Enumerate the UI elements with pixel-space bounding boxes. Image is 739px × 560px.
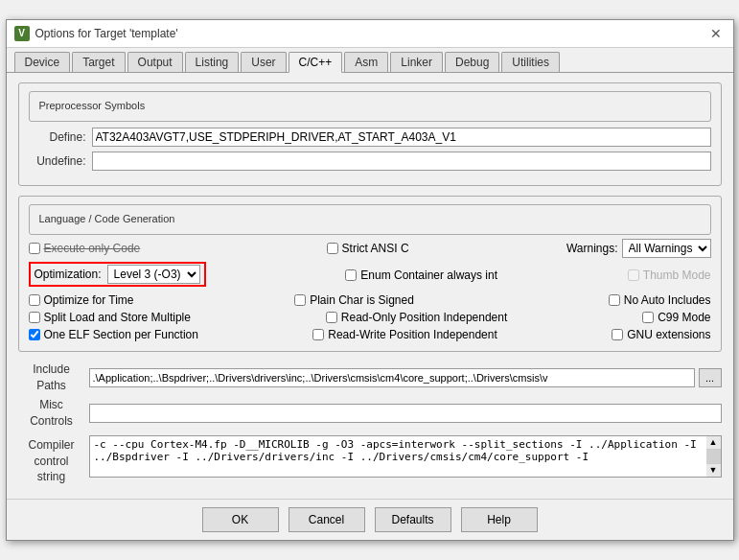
read-write-row: Read-Write Position Independent [312, 328, 497, 341]
read-write-label: Read-Write Position Independent [328, 328, 497, 341]
tab-linker[interactable]: Linker [390, 52, 443, 72]
language-legend: Language / Code Generation [29, 204, 711, 235]
app-icon: V [14, 26, 30, 41]
one-elf-checkbox[interactable] [29, 329, 40, 340]
compiler-scrollbar: ▲ ▼ [706, 435, 722, 478]
warnings-select[interactable]: All Warnings [622, 239, 711, 258]
gnu-ext-row: GNU extensions [612, 328, 710, 341]
help-button[interactable]: Help [461, 507, 538, 532]
enum-container-label: Enum Container always int [360, 268, 497, 282]
tab-debug[interactable]: Debug [445, 52, 499, 72]
tab-utilities[interactable]: Utilities [501, 52, 560, 72]
close-button[interactable]: ✕ [706, 24, 726, 43]
undefine-label: Undefine: [29, 154, 86, 168]
compiler-label: Compilercontrolstring [18, 435, 85, 485]
no-auto-includes-label: No Auto Includes [624, 293, 711, 307]
main-content: Preprocessor Symbols Define: Undefine: L… [7, 73, 733, 500]
split-load-row: Split Load and Store Multiple [29, 311, 191, 324]
scroll-down-button[interactable]: ▼ [706, 463, 721, 477]
no-auto-includes-row: No Auto Includes [609, 293, 711, 307]
strict-ansi-label: Strict ANSI C [342, 242, 409, 255]
strict-ansi-checkbox[interactable] [327, 243, 338, 254]
language-group: Language / Code Generation Execute only … [18, 196, 722, 352]
undefine-row: Undefine: [29, 152, 711, 171]
define-row: Define: [29, 128, 711, 147]
strict-ansi-row: Strict ANSI C [327, 242, 409, 255]
title-bar: V Options for Target 'template' ✕ [7, 20, 733, 48]
one-elf-label: One ELF Section per Function [44, 328, 198, 341]
tab-cpp[interactable]: C/C++ [289, 52, 343, 73]
misc-label: MiscControls [18, 397, 85, 430]
ok-button[interactable]: OK [202, 507, 279, 532]
scroll-up-button[interactable]: ▲ [706, 436, 721, 450]
warnings-row: Warnings: All Warnings [566, 239, 711, 258]
warnings-label: Warnings: [566, 242, 618, 255]
thumb-mode-row: Thumb Mode [628, 268, 711, 282]
tab-output[interactable]: Output [127, 52, 183, 72]
enum-container-checkbox[interactable] [345, 269, 357, 281]
one-elf-row: One ELF Section per Function [29, 328, 198, 341]
thumb-mode-checkbox[interactable] [628, 269, 639, 281]
title-bar-left: V Options for Target 'template' [14, 26, 178, 41]
scroll-thumb [706, 450, 721, 463]
execute-only-label: Execute only Code [44, 242, 141, 255]
tab-listing[interactable]: Listing [185, 52, 240, 72]
paths-section: IncludePaths ... MiscControls [18, 362, 722, 430]
optimize-time-label: Optimize for Time [44, 293, 134, 307]
misc-row: MiscControls [18, 397, 722, 430]
tab-bar: Device Target Output Listing User C/C++ … [7, 48, 733, 73]
read-only-label: Read-Only Position Independent [341, 311, 507, 324]
tab-target[interactable]: Target [72, 52, 125, 72]
optimization-select[interactable]: Level 3 (-O3) [107, 265, 200, 284]
plain-char-checkbox[interactable] [294, 294, 306, 306]
language-content: Execute only Code Strict ANSI C Warnings… [29, 239, 711, 341]
plain-char-label: Plain Char is Signed [310, 293, 414, 307]
no-auto-includes-checkbox[interactable] [609, 294, 620, 306]
thumb-mode-label: Thumb Mode [643, 268, 711, 282]
cancel-button[interactable]: Cancel [289, 507, 365, 532]
compiler-section: Compilercontrolstring -c --cpu Cortex-M4… [18, 435, 722, 485]
undefine-input[interactable] [92, 152, 711, 171]
read-only-checkbox[interactable] [326, 312, 337, 323]
include-browse-button[interactable]: ... [699, 368, 722, 387]
execute-only-row: Execute only Code [29, 242, 141, 255]
tab-asm[interactable]: Asm [344, 52, 388, 72]
tab-device[interactable]: Device [14, 52, 71, 72]
preprocessor-legend: Preprocessor Symbols [29, 91, 711, 122]
compiler-textarea[interactable]: -c --cpu Cortex-M4.fp -D__MICROLIB -g -O… [89, 435, 706, 478]
split-load-checkbox[interactable] [29, 312, 40, 323]
plain-char-row: Plain Char is Signed [294, 293, 448, 307]
tab-user[interactable]: User [241, 52, 286, 72]
misc-input[interactable] [89, 404, 722, 423]
include-input[interactable] [89, 368, 695, 387]
optimization-row: Optimization: Level 3 (-O3) [29, 262, 206, 287]
optimization-label: Optimization: [35, 268, 102, 281]
include-row: IncludePaths ... [18, 362, 722, 394]
preprocessor-group: Preprocessor Symbols Define: Undefine: [18, 82, 722, 186]
gnu-ext-label: GNU extensions [627, 328, 710, 341]
define-input[interactable] [92, 128, 711, 147]
preprocessor-content: Define: Undefine: [29, 128, 711, 171]
gnu-ext-checkbox[interactable] [612, 329, 623, 340]
defaults-button[interactable]: Defaults [375, 507, 451, 532]
button-bar: OK Cancel Defaults Help [7, 499, 733, 540]
include-label: IncludePaths [18, 362, 85, 394]
read-only-row: Read-Only Position Independent [326, 311, 507, 324]
options-dialog: V Options for Target 'template' ✕ Device… [6, 19, 734, 542]
c99-mode-checkbox[interactable] [642, 312, 654, 323]
enum-container-row: Enum Container always int [345, 268, 497, 282]
define-label: Define: [29, 130, 86, 144]
read-write-checkbox[interactable] [312, 329, 324, 340]
c99-mode-row: C99 Mode [642, 311, 710, 324]
compiler-ctrl-wrap: -c --cpu Cortex-M4.fp -D__MICROLIB -g -O… [89, 435, 722, 478]
window-title: Options for Target 'template' [35, 27, 178, 40]
split-load-label: Split Load and Store Multiple [44, 311, 191, 324]
optimize-time-checkbox[interactable] [29, 294, 40, 306]
c99-mode-label: C99 Mode [658, 311, 710, 324]
optimize-time-row: Optimize for Time [29, 293, 134, 307]
execute-only-checkbox[interactable] [29, 243, 40, 254]
